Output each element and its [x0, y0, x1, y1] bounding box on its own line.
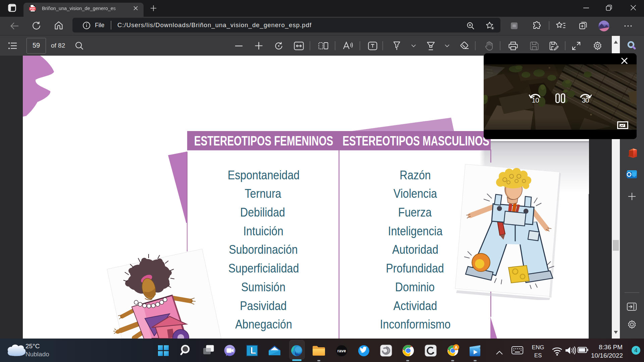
svg-text:ENG: ENG: [532, 344, 544, 351]
svg-text:30: 30: [582, 96, 589, 104]
svg-text:L: L: [250, 346, 256, 356]
svg-text:10/16/2022: 10/16/2022: [591, 352, 623, 359]
svg-text:A: A: [454, 345, 458, 350]
svg-text:8:36 PM: 8:36 PM: [599, 344, 623, 351]
svg-text:ES: ES: [534, 352, 542, 359]
svg-text:rave: rave: [337, 349, 346, 353]
svg-text:25°C: 25°C: [25, 343, 40, 350]
svg-text:4: 4: [634, 347, 637, 354]
svg-text:10: 10: [532, 96, 539, 104]
svg-text:Nublado: Nublado: [25, 351, 49, 358]
svg-text:PDF: PDF: [30, 7, 35, 10]
